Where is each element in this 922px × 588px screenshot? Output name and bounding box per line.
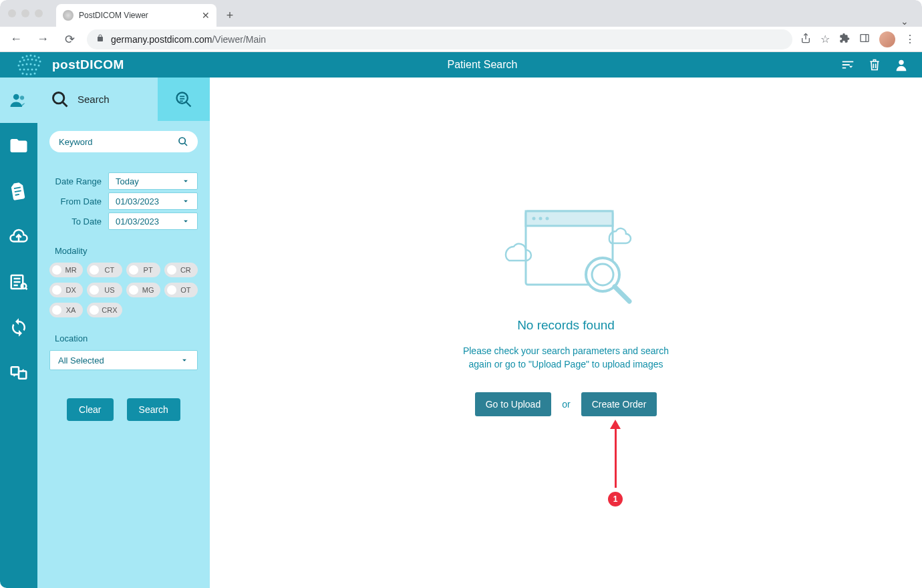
nav-documents[interactable] (0, 168, 37, 214)
chevron-down-icon (181, 216, 190, 226)
trash-icon[interactable] (867, 57, 882, 72)
tab-title: PostDICOM Viewer (79, 11, 148, 20)
svg-point-43 (53, 92, 64, 103)
date-range-label: Date Range (49, 176, 102, 186)
svg-point-5 (30, 55, 32, 57)
tabs-dropdown-icon[interactable]: ⌄ (901, 16, 909, 27)
svg-point-14 (18, 65, 20, 67)
chevron-down-icon (181, 176, 190, 186)
from-date-select[interactable]: 01/03/2023 (108, 192, 198, 210)
profile-avatar[interactable] (879, 31, 895, 47)
reload-button[interactable]: ⟳ (60, 32, 79, 47)
svg-point-8 (19, 61, 21, 63)
or-text: or (562, 399, 570, 410)
no-records-title: No records found (517, 318, 615, 333)
nav-worklist[interactable] (0, 259, 37, 305)
modality-toggle-mr[interactable]: MR (49, 263, 83, 277)
user-icon[interactable] (894, 57, 909, 72)
svg-point-45 (177, 92, 188, 103)
modality-toggle-us[interactable]: US (87, 283, 122, 297)
from-date-label: From Date (49, 196, 102, 206)
svg-point-33 (20, 96, 24, 100)
modality-toggle-cr[interactable]: CR (164, 263, 198, 277)
svg-point-25 (22, 73, 24, 75)
window-maximize-icon[interactable] (35, 9, 43, 17)
svg-point-9 (23, 59, 25, 61)
browser-chrome: PostDICOM Viewer ✕ + ⌄ ← → ⟳ germany.pos… (0, 0, 922, 52)
svg-rect-41 (11, 367, 19, 374)
search-panel: Search Date Range Today From Date (37, 78, 210, 588)
share-icon[interactable] (800, 33, 811, 46)
search-button[interactable]: Search (127, 398, 180, 421)
svg-point-24 (35, 69, 37, 71)
lock-icon (96, 34, 104, 44)
clear-button[interactable]: Clear (67, 398, 113, 421)
svg-point-21 (23, 69, 25, 71)
to-date-select[interactable]: 01/03/2023 (108, 212, 198, 230)
nav-compare[interactable] (0, 350, 37, 396)
svg-point-12 (35, 59, 37, 61)
nav-folders[interactable] (0, 123, 37, 168)
svg-point-17 (30, 63, 32, 65)
extensions-icon[interactable] (839, 33, 850, 46)
star-icon[interactable]: ☆ (820, 33, 830, 45)
window-close-icon[interactable] (8, 9, 16, 17)
go-to-upload-button[interactable]: Go to Upload (475, 392, 552, 416)
modality-toggle-xa[interactable]: XA (49, 303, 83, 317)
svg-point-19 (38, 65, 40, 67)
nav-patients[interactable] (0, 78, 37, 123)
back-button[interactable]: ← (7, 32, 25, 46)
svg-line-51 (184, 143, 187, 146)
forward-button[interactable]: → (33, 32, 52, 46)
modality-toggle-pt[interactable]: PT (126, 263, 160, 277)
svg-point-22 (27, 69, 29, 71)
svg-rect-42 (19, 372, 26, 379)
svg-point-54 (532, 217, 536, 220)
close-icon[interactable]: ✕ (202, 10, 210, 21)
search-icon[interactable] (178, 136, 188, 147)
keyword-field[interactable] (59, 137, 178, 147)
nav-upload[interactable] (0, 214, 37, 259)
svg-point-55 (539, 217, 543, 220)
annotation-badge: 1 (608, 492, 623, 506)
browser-titlebar: PostDICOM Viewer ✕ + ⌄ (0, 0, 922, 27)
search-icon (51, 90, 69, 109)
modality-toggle-ot[interactable]: OT (164, 283, 198, 297)
svg-point-3 (22, 57, 24, 59)
svg-point-31 (899, 60, 903, 65)
sort-icon[interactable] (840, 57, 855, 72)
svg-line-46 (186, 102, 191, 106)
date-range-select[interactable]: Today (108, 172, 198, 190)
panel-icon[interactable] (859, 33, 870, 46)
svg-point-20 (19, 69, 21, 71)
window-minimize-icon[interactable] (21, 9, 29, 17)
empty-state-illustration (492, 198, 639, 305)
nav-sync[interactable] (0, 305, 37, 350)
svg-point-11 (31, 59, 33, 61)
tab-advanced-search[interactable] (158, 78, 210, 121)
svg-point-56 (546, 217, 549, 220)
modality-toggle-ct[interactable]: CT (87, 263, 122, 277)
new-tab-button[interactable]: + (220, 6, 239, 25)
modality-grid: MRCTPTCRDXUSMGOTXACRX (49, 263, 198, 317)
modality-toggle-crx[interactable]: CRX (87, 303, 122, 317)
menu-icon[interactable]: ⋮ (905, 33, 915, 45)
tab-search[interactable]: Search (37, 78, 158, 121)
location-label: Location (55, 333, 198, 343)
svg-line-44 (63, 102, 67, 106)
url-input[interactable]: germany.postdicom.com/Viewer/Main (87, 29, 792, 49)
location-select[interactable]: All Selected (49, 350, 198, 370)
modality-toggle-mg[interactable]: MG (126, 283, 160, 297)
create-order-button[interactable]: Create Order (581, 392, 657, 416)
chevron-down-icon (181, 196, 190, 206)
no-records-description: Please check your search parameters and … (456, 345, 676, 371)
tab-search-label: Search (78, 94, 110, 105)
keyword-input[interactable] (49, 131, 198, 152)
svg-rect-1 (861, 34, 869, 41)
main-content: No records found Please check your searc… (210, 78, 922, 588)
browser-tab[interactable]: PostDICOM Viewer ✕ (56, 4, 216, 27)
modality-toggle-dx[interactable]: DX (49, 283, 83, 297)
svg-point-13 (39, 61, 41, 63)
app-logo[interactable]: postDICOM (13, 52, 124, 78)
logo-text: postDICOM (52, 57, 124, 72)
